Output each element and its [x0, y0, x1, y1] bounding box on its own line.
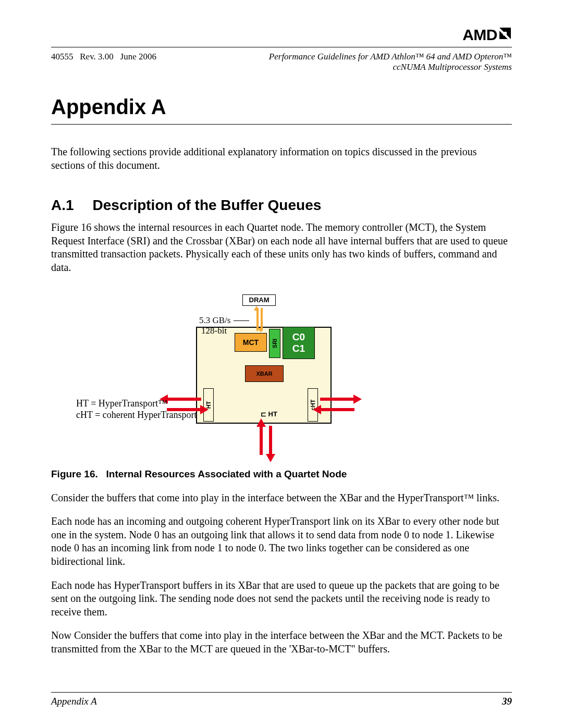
header-meta: 40555 Rev. 3.00 June 2006 Performance Gu… — [51, 52, 512, 72]
arrowhead-right-out — [353, 394, 362, 404]
amd-logo-text: AMD — [462, 26, 497, 44]
amd-logo: AMD — [462, 26, 512, 44]
section-title: Description of the Buffer Queues — [93, 197, 322, 213]
body-p5: Now Consider the buffers that come into … — [51, 629, 512, 656]
body-p2: Consider the buffers that come into play… — [51, 491, 512, 505]
footer-pagenum: 39 — [502, 696, 512, 707]
sri-box: SRI — [269, 329, 280, 358]
doc-title-line1: Performance Guidelines for AMD Athlon™ 6… — [269, 52, 512, 62]
section-heading: A.1Description of the Buffer Queues — [51, 197, 512, 214]
arrowhead-right-in — [313, 405, 321, 414]
doc-title-line2: ccNUMA Multiprocessor Systems — [269, 62, 512, 72]
figure-legend: HT = HyperTransport™ cHT = coherent Hype… — [76, 398, 197, 421]
arrow-bottom-down — [269, 426, 272, 455]
figure-caption-text: Internal Resources Associated with a Qua… — [106, 468, 347, 479]
arrow-bottom-up — [260, 426, 263, 455]
appendix-intro: The following sections provide additiona… — [51, 145, 512, 172]
appendix-heading: Appendix A — [51, 95, 512, 119]
dram-arrow-down — [258, 328, 263, 332]
arrowhead-bottom-down — [266, 454, 275, 462]
footer-section: Appendix A — [51, 696, 97, 707]
dram-arrow-up — [254, 306, 259, 311]
body-p3: Each node has an incoming and outgoing c… — [51, 515, 512, 568]
annot-128bit: 128-bit — [201, 326, 227, 336]
legend-cht: cHT = coherent HyperTransport — [76, 410, 197, 421]
xbar-box: XBAR — [245, 365, 284, 382]
sri-label: SRI — [272, 338, 278, 348]
dram-box: DRAM — [242, 294, 276, 306]
amd-arrow-icon — [498, 26, 512, 44]
annot-leader — [234, 320, 249, 321]
page-footer: Appendix A 39 — [51, 692, 512, 707]
core-c1: C1 — [292, 343, 305, 354]
core-c0: C0 — [292, 331, 305, 343]
arrow-right-out — [320, 398, 354, 401]
cores-box: C0 C1 — [283, 327, 315, 359]
header-rule — [51, 47, 512, 47]
appendix-rule — [51, 124, 512, 125]
doc-date: June 2006 — [120, 52, 156, 61]
body-p4: Each node has HyperTransport buffers in … — [51, 579, 512, 619]
figure-16: DRAM 5.3 GB/s 128-bit MCT SRI C0 C1 XBAR… — [51, 294, 512, 461]
arrowhead-left-out — [200, 405, 209, 414]
cht-bottom-label: ⊏ HT — [261, 410, 277, 418]
figure-number: Figure 16. — [51, 468, 98, 479]
annot-gbs: 5.3 GB/s — [199, 315, 230, 326]
section-number: A.1 — [51, 197, 74, 214]
arrowhead-bottom-up — [256, 418, 266, 427]
doc-id: 40555 — [51, 52, 74, 61]
section-p1: Figure 16 shows the internal resources i… — [51, 221, 512, 274]
doc-rev: Rev. 3.00 — [80, 52, 114, 61]
mct-box: MCT — [235, 333, 267, 352]
legend-ht: HT = HyperTransport™ — [76, 398, 197, 410]
arrow-right-in — [320, 408, 354, 411]
figure-caption: Figure 16. Internal Resources Associated… — [51, 468, 512, 480]
